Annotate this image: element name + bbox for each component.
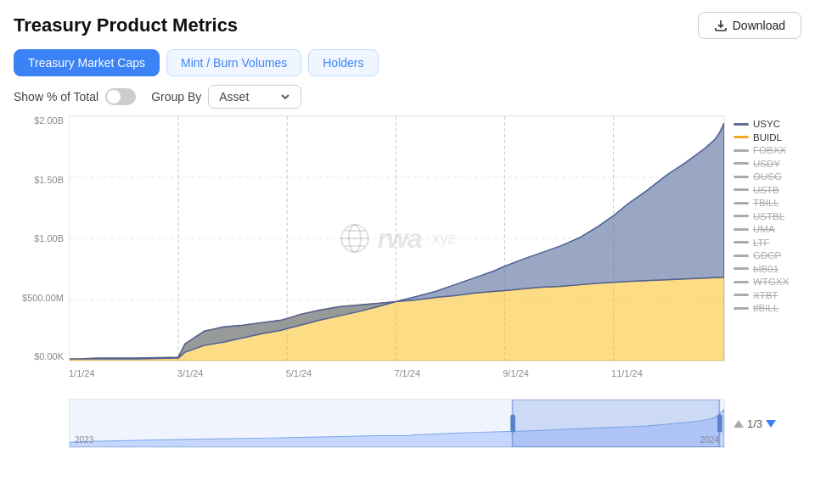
chevron-down-icon (280, 92, 290, 102)
minimap-chart[interactable]: 2023 2024 (69, 399, 725, 448)
page-next-icon[interactable] (766, 420, 776, 428)
group-by-control: Group By Asset (151, 85, 301, 109)
tab-holders[interactable]: Holders (308, 49, 378, 76)
legend-item-OUSG[interactable]: OUSG (734, 171, 801, 182)
legend-item-GDCP[interactable]: GDCP (734, 250, 801, 260)
show-pct-toggle[interactable] (105, 88, 136, 105)
download-button[interactable]: Download (698, 12, 801, 39)
legend-item-FOBXX[interactable]: FOBXX (734, 145, 801, 155)
main-chart: $2.00B $1.50B $1.00B $500.00M $0.00K (14, 115, 725, 395)
legend-item-UMA[interactable]: UMA (734, 224, 801, 234)
legend-item-WTGXX[interactable]: WTGXX (734, 277, 801, 287)
legend-item-USTB[interactable]: USTB (734, 185, 801, 195)
chart-plot: rwa .xyz (69, 115, 725, 361)
tab-mint-burn-volumes[interactable]: Mint / Burn Volumes (166, 49, 301, 76)
legend-item-USDY[interactable]: USDY (734, 159, 801, 169)
page-indicator: 1/3 (734, 417, 776, 430)
minimap-labels: 2023 2024 (75, 435, 719, 445)
legend-item-LTF[interactable]: LTF (734, 238, 801, 248)
download-icon (714, 19, 728, 32)
legend-item-tfBILL[interactable]: tfBILL (734, 303, 801, 313)
page-prev-icon[interactable] (734, 420, 744, 428)
tab-treasury-market-caps[interactable]: Treasury Market Caps (14, 49, 160, 76)
page-title: Treasury Product Metrics (14, 14, 238, 36)
legend-item-TBILL[interactable]: TBILL (734, 198, 801, 208)
group-by-select[interactable]: Asset (208, 85, 301, 109)
tabs-row: Treasury Market Caps Mint / Burn Volumes… (14, 49, 801, 76)
svg-rect-17 (717, 414, 722, 432)
svg-rect-16 (510, 414, 515, 432)
legend-item-XTBT[interactable]: XTBT (734, 290, 801, 300)
minimap-side: 1/3 (725, 399, 801, 448)
show-pct-label: Show % of Total (14, 88, 136, 105)
minimap-row: 2023 2024 1/3 (14, 399, 801, 448)
legend-item-bIB01[interactable]: bIB01 (734, 264, 801, 274)
chart-legend: USYC BUIDL FOBXX USDY OUSG USTB (725, 115, 801, 395)
legend-item-USYC[interactable]: USYC (734, 119, 801, 129)
y-axis: $2.00B $1.50B $1.00B $500.00M $0.00K (14, 115, 69, 361)
legend-item-USTBL[interactable]: USTBL (734, 211, 801, 221)
legend-item-BUIDL[interactable]: BUIDL (734, 132, 801, 143)
x-axis: 1/1/24 3/1/24 5/1/24 7/1/24 9/1/24 11/1/… (69, 363, 725, 395)
